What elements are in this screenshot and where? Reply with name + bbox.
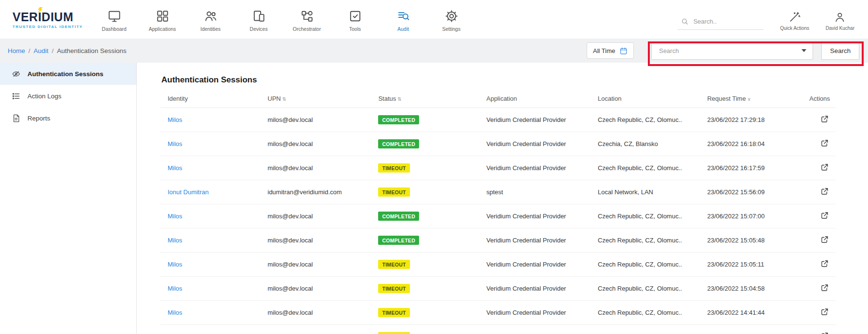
logo-text: VERIDIUM xyxy=(13,10,94,24)
nav-label: Applications xyxy=(149,26,176,32)
view-session-button[interactable] xyxy=(819,331,830,334)
application-cell: Veridium Credential Provider xyxy=(483,204,594,228)
table-row: Milos milos@dev.local TIMEOUT Veridium C… xyxy=(160,325,836,334)
table-row: Milos milos@dev.local TIMEOUT Veridium C… xyxy=(160,277,836,301)
table-header-row: Identity UPN⇅ Status⇅ Application Locati… xyxy=(160,90,836,108)
list-icon xyxy=(12,92,21,101)
location-cell: Czech Republic, CZ, Olomuc.. xyxy=(594,228,703,253)
upn-cell: milos@dev.local xyxy=(264,108,375,132)
nav-item-devices[interactable]: Devices xyxy=(241,7,276,32)
sidebar-item-authentication-sessions[interactable]: Authentication Sessions xyxy=(0,63,136,85)
nav-item-audit[interactable]: Audit xyxy=(385,7,421,32)
location-cell: Czech Republic, CZ, Olomuc.. xyxy=(594,277,703,301)
breadcrumb-home-link[interactable]: Home xyxy=(8,47,25,54)
page-title: Authentication Sessions xyxy=(160,75,836,85)
identity-link[interactable]: Milos xyxy=(168,285,182,292)
identity-link[interactable]: Milos xyxy=(168,164,182,172)
nav-label: Settings xyxy=(442,26,460,32)
quick-actions-button[interactable]: Quick Actions xyxy=(780,8,809,31)
document-icon xyxy=(12,114,21,123)
global-search xyxy=(678,14,763,30)
breadcrumb-audit-link[interactable]: Audit xyxy=(34,47,49,54)
view-session-button[interactable] xyxy=(819,114,830,126)
identity-link[interactable]: Ionut Dumitran xyxy=(168,188,209,196)
view-session-button[interactable] xyxy=(819,307,830,319)
nav-item-tools[interactable]: Tools xyxy=(337,7,373,32)
request-time-cell: 23/06/2022 15:05:11 xyxy=(703,253,799,277)
sidebar-item-action-logs[interactable]: Action Logs xyxy=(0,85,136,107)
search-button[interactable]: Search xyxy=(821,41,859,60)
identity-link[interactable]: Milos xyxy=(168,213,182,220)
sidebar: Authentication Sessions Action Logs Repo… xyxy=(0,63,137,334)
table-row: Milos milos@dev.local COMPLETED Veridium… xyxy=(160,228,836,253)
nav-item-dashboard[interactable]: Dashboard xyxy=(96,7,132,32)
identity-link[interactable]: Milos xyxy=(168,116,182,123)
global-search-input[interactable] xyxy=(693,18,758,25)
application-cell: Veridium Credential Provider xyxy=(483,108,594,132)
status-badge: TIMEOUT xyxy=(378,308,409,317)
column-header-location: Location xyxy=(594,90,703,108)
view-session-button[interactable] xyxy=(819,258,830,270)
nav-label: Audit xyxy=(397,26,409,32)
column-header-upn[interactable]: UPN⇅ xyxy=(264,90,375,108)
column-header-request-time[interactable]: Request Time∨ xyxy=(703,90,799,108)
veridium-logo[interactable]: VERIDIUM TRUSTED DIGITAL IDENTITY xyxy=(13,10,94,29)
view-session-button[interactable] xyxy=(819,162,830,174)
time-range-button[interactable]: All Time xyxy=(587,42,634,59)
breadcrumb-bar: Home / Audit / Authentication Sessions A… xyxy=(0,39,868,63)
view-session-button[interactable] xyxy=(819,282,830,294)
nav-label: Identities xyxy=(200,26,221,32)
column-header-status[interactable]: Status⇅ xyxy=(374,90,482,108)
dashboard-icon xyxy=(107,9,121,23)
quick-actions-label: Quick Actions xyxy=(780,26,809,31)
breadcrumb-current: Authentication Sessions xyxy=(57,47,126,54)
status-badge: COMPLETED xyxy=(378,115,419,124)
sidebar-item-reports[interactable]: Reports xyxy=(0,107,136,129)
identity-link[interactable]: Milos xyxy=(168,261,182,268)
nav-right: Quick Actions David Kuchar xyxy=(678,8,855,31)
breadcrumb-separator: / xyxy=(52,47,54,54)
status-badge: TIMEOUT xyxy=(378,163,409,173)
status-badge: TIMEOUT xyxy=(378,260,409,269)
status-badge: COMPLETED xyxy=(378,212,419,221)
eye-off-icon xyxy=(12,69,21,79)
audit-icon xyxy=(396,9,410,23)
request-time-cell: 23/06/2022 15:05:48 xyxy=(703,228,799,253)
logo-tagline: TRUSTED DIGITAL IDENTITY xyxy=(13,25,94,29)
upn-cell: milos@dev.local xyxy=(264,325,375,334)
view-session-button[interactable] xyxy=(819,138,830,150)
identity-link[interactable]: Milos xyxy=(168,140,182,147)
breadcrumb-separator: / xyxy=(28,47,30,54)
search-filter-dropdown[interactable]: Search xyxy=(651,41,813,60)
nav-item-orchestrator[interactable]: Orchestrator xyxy=(289,7,325,32)
table-row: Milos milos@dev.local COMPLETED Veridium… xyxy=(160,108,836,132)
gear-icon xyxy=(445,9,459,23)
table-row: Milos milos@dev.local COMPLETED Veridium… xyxy=(160,132,836,156)
request-time-cell: 23/06/2022 16:18:04 xyxy=(703,132,799,156)
status-badge: COMPLETED xyxy=(378,236,419,245)
upn-cell: milos@dev.local xyxy=(264,156,375,180)
status-badge: COMPLETED xyxy=(378,139,419,148)
sidebar-item-label: Action Logs xyxy=(27,93,62,100)
sort-icon: ⇅ xyxy=(282,96,286,102)
filter-controls: All Time Search Search xyxy=(587,41,859,60)
view-session-button[interactable] xyxy=(819,186,830,198)
sessions-table: Identity UPN⇅ Status⇅ Application Locati… xyxy=(160,90,836,334)
upn-cell: milos@dev.local xyxy=(264,301,375,325)
location-cell: Local Network, LAN xyxy=(594,180,703,204)
view-session-button[interactable] xyxy=(819,234,830,246)
sidebar-item-label: Reports xyxy=(27,115,50,122)
status-badge: TIMEOUT xyxy=(378,187,409,197)
nav-item-applications[interactable]: Applications xyxy=(145,7,180,32)
table-row: Milos milos@dev.local TIMEOUT Veridium C… xyxy=(160,301,836,325)
nav-item-settings[interactable]: Settings xyxy=(434,7,469,32)
application-cell: Veridium Credential Provider xyxy=(483,277,594,301)
sort-icon: ⇅ xyxy=(397,96,401,102)
user-menu[interactable]: David Kuchar xyxy=(826,8,855,31)
identity-link[interactable]: Milos xyxy=(168,309,182,316)
main-menu: Dashboard Applications Identities Device… xyxy=(96,7,469,32)
identity-link[interactable]: Milos xyxy=(168,237,182,244)
calendar-icon xyxy=(619,47,628,55)
view-session-button[interactable] xyxy=(819,210,830,222)
nav-item-identities[interactable]: Identities xyxy=(193,7,228,32)
